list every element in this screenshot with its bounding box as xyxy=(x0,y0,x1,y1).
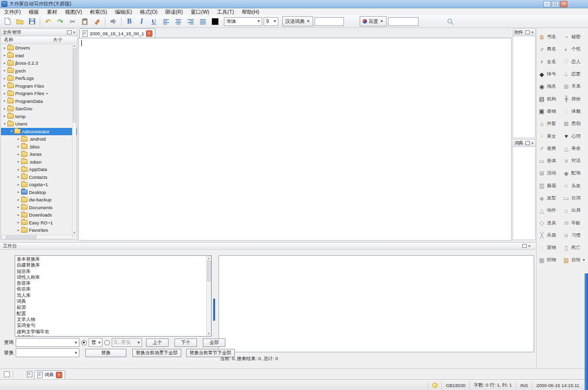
replace-scene-button[interactable]: 替换当前场景下全部 xyxy=(132,349,181,357)
tree-item[interactable]: ▸cogsta~1 xyxy=(1,181,77,189)
menu-item[interactable]: 检索(S) xyxy=(86,8,111,15)
collapse-icon[interactable]: ▾ xyxy=(9,129,14,133)
library-item[interactable]: 俗语库 xyxy=(17,286,211,292)
expand-icon[interactable]: ▸ xyxy=(16,145,21,148)
column-size[interactable]: 大小 xyxy=(53,37,62,43)
mode2-radio[interactable] xyxy=(104,340,110,345)
tree-item[interactable]: ▸Contacts xyxy=(1,173,77,181)
scroll-up-icon[interactable]: ▲ xyxy=(73,44,76,48)
material-button[interactable]: ◆配饰 xyxy=(563,167,586,179)
previous-button[interactable]: 上个 xyxy=(146,339,169,347)
tree-item[interactable]: ▸SaoGou xyxy=(1,105,77,113)
pane-icon[interactable] xyxy=(4,371,10,377)
material-button[interactable]: ♂男名 xyxy=(538,43,563,55)
material-button[interactable]: ⊞活动 xyxy=(538,167,563,179)
tree-item[interactable]: ▸Desktop xyxy=(1,189,77,196)
panel-doc-icon[interactable] xyxy=(27,371,32,377)
material-button[interactable]: ≡对话 xyxy=(563,155,586,167)
document-tab[interactable]: 2000_06_15_14_15_00_1 × xyxy=(79,28,155,38)
text-editor[interactable] xyxy=(78,38,512,241)
tree-item[interactable]: ▸.token xyxy=(1,158,77,166)
material-button[interactable]: ╳兵器 xyxy=(538,229,563,242)
save-button[interactable] xyxy=(26,16,37,27)
menu-item[interactable]: 编辑(E) xyxy=(111,8,136,15)
tree-item[interactable]: ▸.android xyxy=(1,135,77,143)
tree-item[interactable]: ▸dw-backup xyxy=(1,196,77,204)
library-item[interactable]: 形容库 xyxy=(17,280,211,286)
close-button[interactable]: × xyxy=(560,1,567,7)
library-item[interactable]: 文学人物 xyxy=(17,317,211,322)
underline-button[interactable]: U xyxy=(148,16,159,27)
expand-icon[interactable]: ▸ xyxy=(16,213,21,217)
material-button[interactable]: ⌂出身 xyxy=(563,204,586,217)
scroll-up-icon[interactable]: ▲ xyxy=(207,256,211,260)
material-button[interactable]: ◇道具 xyxy=(538,217,563,229)
close-panel-icon[interactable]: × xyxy=(73,30,75,34)
material-button[interactable]: ▧自绘▼ xyxy=(563,254,586,266)
menu-item[interactable]: 窗口(W) xyxy=(187,8,213,15)
expand-icon[interactable]: ▸ xyxy=(16,175,21,179)
material-button[interactable]: ◆绰号 xyxy=(538,68,563,80)
expand-icon[interactable]: ▸ xyxy=(16,205,21,209)
font-size-select[interactable]: 9▼ xyxy=(264,17,278,26)
library-item[interactable]: 自建替换库 xyxy=(17,262,211,268)
font-select[interactable]: 宋体▼ xyxy=(224,17,262,26)
library-item[interactable]: 配置 xyxy=(17,311,211,317)
material-button[interactable]: ▣器物 xyxy=(538,105,563,118)
tree-item[interactable]: ▸Drivers xyxy=(1,44,77,52)
redo-icon[interactable]: ↷ xyxy=(55,16,66,27)
read-aloud-icon[interactable] xyxy=(108,16,119,27)
expand-icon[interactable]: ▸ xyxy=(2,114,7,118)
tree-item[interactable]: ▸AppData xyxy=(1,166,77,173)
paste-icon[interactable] xyxy=(79,16,90,27)
menu-item[interactable]: 文件(F) xyxy=(0,8,24,15)
tree-item[interactable]: ▸Program Files ~ xyxy=(1,90,77,98)
expand-icon[interactable]: ▸ xyxy=(2,92,7,96)
float-panel-icon[interactable] xyxy=(67,30,72,34)
tree-item[interactable]: ▾Users xyxy=(1,120,77,128)
next-button[interactable]: 下个 xyxy=(174,339,197,347)
expand-icon[interactable]: ▸ xyxy=(2,46,7,50)
menu-item[interactable]: 视图(V) xyxy=(61,8,86,15)
expand-icon[interactable]: ▸ xyxy=(2,76,7,80)
expand-icon[interactable]: ▸ xyxy=(16,220,21,224)
cut-icon[interactable]: ✂ xyxy=(67,16,78,27)
tree-item[interactable]: ▸Program Files xyxy=(1,82,77,90)
column-name[interactable]: 名称 xyxy=(1,37,53,43)
material-button[interactable]: ∪习惯 xyxy=(563,229,586,242)
library-item[interactable]: 虚构文学编年史 xyxy=(17,329,211,335)
dictionary-tab[interactable]: 词典 × xyxy=(34,370,65,379)
tree-item[interactable]: ▸Documents xyxy=(1,204,77,212)
tree-item[interactable]: ▸jysch xyxy=(1,67,77,75)
tree-item[interactable]: ▸ProgramData xyxy=(1,98,77,105)
material-button[interactable]: ▤机构 xyxy=(538,93,563,105)
menu-item[interactable]: 素材 xyxy=(43,8,61,15)
library-item[interactable]: 词典 xyxy=(17,298,211,304)
material-button[interactable]: ♥心理 xyxy=(563,130,586,142)
expand-icon[interactable]: ▸ xyxy=(16,190,21,194)
tree-item[interactable]: ▾Administrator xyxy=(1,128,77,136)
tab-close-icon[interactable]: × xyxy=(146,30,152,37)
tree-item[interactable]: ▸Intel xyxy=(1,52,77,60)
tree-horizontal-scrollbar[interactable] xyxy=(1,235,73,239)
chevron-down-icon[interactable]: ▼ xyxy=(582,258,586,262)
material-button[interactable]: ▭形体 xyxy=(538,155,563,167)
tree-column-headers[interactable]: 名称 大小 xyxy=(1,36,77,44)
close-panel-icon[interactable]: × xyxy=(531,30,534,34)
tree-item[interactable]: ▸.keras xyxy=(1,150,77,158)
expand-icon[interactable]: ▸ xyxy=(2,99,7,103)
align-left-icon[interactable] xyxy=(161,16,172,27)
mode1-select[interactable]: 普▼ xyxy=(89,338,102,347)
tree-item[interactable]: ▸temp xyxy=(1,113,77,121)
material-button[interactable]: ⌂外套 xyxy=(538,118,563,130)
tree-item[interactable]: ▸.bliss xyxy=(1,143,77,151)
expand-icon[interactable]: ▸ xyxy=(2,107,7,111)
material-button[interactable]: ♧恋爱 xyxy=(563,68,586,80)
material-button[interactable]: ▥服装 xyxy=(538,180,563,192)
tree-item[interactable]: ▸Downloads xyxy=(1,211,77,219)
expand-icon[interactable]: ▸ xyxy=(16,168,21,171)
mode1-radio[interactable] xyxy=(81,340,87,345)
scroll-down-icon[interactable]: ▼ xyxy=(207,332,211,336)
tree-item[interactable]: ▸jboss-3.2.3 xyxy=(1,59,77,67)
expand-icon[interactable]: ▸ xyxy=(2,69,7,73)
